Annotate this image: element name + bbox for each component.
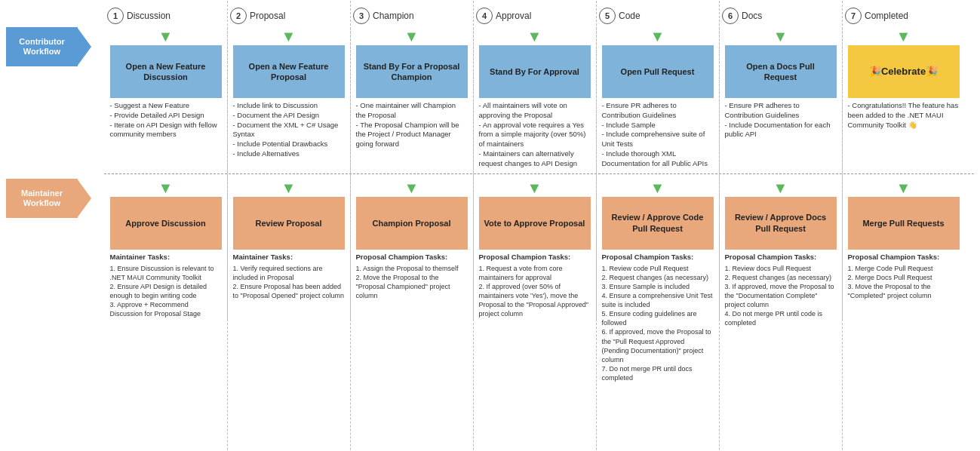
maintainer-card-col-3: ▼Champion ProposalProposal Champion Task… bbox=[350, 179, 473, 383]
maintainer-card-tasks-7: Proposal Champion Tasks:1. Merge Code Pu… bbox=[848, 253, 960, 300]
phase-col-6: 6Docs bbox=[719, 8, 842, 24]
down-arrow-contributor-4: ▼ bbox=[527, 29, 542, 44]
phase-col-7: 7Completed bbox=[842, 8, 965, 24]
contributor-card-col-5: ▼Open Pull Request- Ensure PR adheres to… bbox=[596, 27, 719, 169]
down-arrow-maintainer-2: ▼ bbox=[281, 180, 296, 195]
down-arrow-contributor-5: ▼ bbox=[650, 29, 665, 44]
phase-label-4: Approval bbox=[496, 11, 531, 21]
maintainer-card-4: Vote to Approve Proposal bbox=[479, 197, 591, 250]
maintainer-cards-row: ▼Approve DiscussionMaintainer Tasks:1. E… bbox=[104, 179, 974, 383]
phase-col-5: 5Code bbox=[596, 8, 719, 24]
maintainer-card-7: Merge Pull Requests bbox=[848, 197, 960, 250]
phase-label-2: Proposal bbox=[250, 11, 285, 21]
maintainer-card-col-6: ▼Review / Approve Docs Pull RequestPropo… bbox=[719, 179, 842, 383]
maintainer-card-2: Review Proposal bbox=[233, 197, 345, 250]
maintainer-card-col-4: ▼Vote to Approve ProposalProposal Champi… bbox=[473, 179, 596, 383]
down-arrow-contributor-2: ▼ bbox=[281, 29, 296, 44]
maintainer-arrow-body: MaintainerWorkflow bbox=[6, 179, 78, 218]
down-arrow-contributor-7: ▼ bbox=[896, 29, 911, 44]
contributor-card-desc-4: - All maintainers will vote on approving… bbox=[479, 101, 591, 169]
contributor-card-7: 🎉Celebrate🎉 bbox=[848, 45, 960, 98]
down-arrow-maintainer-1: ▼ bbox=[158, 180, 174, 195]
phase-col-2: 2Proposal bbox=[227, 8, 350, 24]
maintainer-card-col-7: ▼Merge Pull RequestsProposal Champion Ta… bbox=[842, 179, 965, 383]
down-arrow-contributor-6: ▼ bbox=[773, 29, 788, 44]
contributor-card-desc-1: - Suggest a New Feature- Provide Detaile… bbox=[110, 101, 222, 140]
contributor-card-col-3: ▼Stand By For a Proposal Champion- One m… bbox=[350, 27, 473, 169]
contributor-card-desc-7: - Congratulations!! The feature has been… bbox=[848, 101, 960, 130]
phase-col-4: 4Approval bbox=[473, 8, 596, 24]
down-arrow-contributor-3: ▼ bbox=[404, 29, 419, 44]
workflow-separator bbox=[104, 173, 974, 174]
contributor-card-col-6: ▼Open a Docs Pull Request- Ensure PR adh… bbox=[719, 27, 842, 169]
maintainer-card-tasks-3: Proposal Champion Tasks:1. Assign the Pr… bbox=[356, 253, 468, 300]
maintainer-card-col-5: ▼Review / Approve Code Pull RequestPropo… bbox=[596, 179, 719, 383]
contributor-card-col-7: ▼🎉Celebrate🎉- Congratulations!! The feat… bbox=[842, 27, 965, 169]
maintainer-card-col-1: ▼Approve DiscussionMaintainer Tasks:1. E… bbox=[104, 179, 227, 383]
maintainer-card-tasks-4: Proposal Champion Tasks:1. Request a vot… bbox=[479, 253, 591, 319]
contributor-card-4: Stand By For Approval bbox=[479, 45, 591, 98]
contributor-workflow-label: ContributorWorkflow bbox=[6, 27, 104, 66]
phase-label-6: Docs bbox=[742, 11, 762, 21]
phase-label-1: Discussion bbox=[127, 11, 171, 21]
maintainer-card-tasks-6: Proposal Champion Tasks:1. Review docs P… bbox=[725, 253, 837, 328]
phase-number-5: 5 bbox=[599, 8, 616, 24]
contributor-card-1: Open a New Feature Discussion bbox=[110, 45, 222, 98]
maintainer-card-1: Approve Discussion bbox=[110, 197, 222, 250]
contributor-card-col-1: ▼Open a New Feature Discussion- Suggest … bbox=[104, 27, 227, 169]
maintainer-card-tasks-2: Maintainer Tasks:1. Verify required sect… bbox=[233, 253, 345, 300]
maintainer-card-5: Review / Approve Code Pull Request bbox=[602, 197, 714, 250]
maintainer-card-tasks-1: Maintainer Tasks:1. Ensure Discussion is… bbox=[110, 253, 222, 319]
phase-number-3: 3 bbox=[353, 8, 370, 24]
contributor-card-desc-5: - Ensure PR adheres to Contribution Guid… bbox=[602, 101, 714, 169]
phase-number-4: 4 bbox=[476, 8, 493, 24]
phase-label-7: Completed bbox=[865, 11, 908, 21]
contributor-card-6: Open a Docs Pull Request bbox=[725, 45, 837, 98]
down-arrow-maintainer-4: ▼ bbox=[527, 180, 542, 195]
maintainer-section: MaintainerWorkflow ▼Approve DiscussionMa… bbox=[6, 179, 974, 383]
down-arrow-maintainer-6: ▼ bbox=[773, 180, 788, 195]
phase-number-6: 6 bbox=[722, 8, 739, 24]
contributor-card-desc-3: - One maintainer will Champion the Propo… bbox=[356, 101, 468, 149]
down-arrow-maintainer-5: ▼ bbox=[650, 180, 665, 195]
phase-label-5: Code bbox=[619, 11, 641, 21]
maintainer-card-col-2: ▼Review ProposalMaintainer Tasks:1. Veri… bbox=[227, 179, 350, 383]
contributor-card-col-4: ▼Stand By For Approval- All maintainers … bbox=[473, 27, 596, 169]
contributor-arrow-body: ContributorWorkflow bbox=[6, 27, 78, 66]
maintainer-card-6: Review / Approve Docs Pull Request bbox=[725, 197, 837, 250]
down-arrow-maintainer-7: ▼ bbox=[896, 180, 911, 195]
down-arrow-contributor-1: ▼ bbox=[158, 29, 174, 44]
contributor-section: ContributorWorkflow ▼Open a New Feature … bbox=[6, 27, 974, 169]
phase-number-2: 2 bbox=[230, 8, 247, 24]
phase-number-1: 1 bbox=[107, 8, 124, 24]
contributor-card-desc-6: - Ensure PR adheres to Contribution Guid… bbox=[725, 101, 837, 140]
phase-headers: 1Discussion2Proposal3Champion4Approval5C… bbox=[104, 8, 974, 24]
phase-number-7: 7 bbox=[845, 8, 862, 24]
contributor-cards-row: ▼Open a New Feature Discussion- Suggest … bbox=[104, 27, 974, 169]
contributor-card-col-2: ▼Open a New Feature Proposal- Include li… bbox=[227, 27, 350, 169]
contributor-card-desc-2: - Include link to Discussion- Document t… bbox=[233, 101, 345, 159]
contributor-card-2: Open a New Feature Proposal bbox=[233, 45, 345, 98]
phase-col-3: 3Champion bbox=[350, 8, 473, 24]
contributor-card-5: Open Pull Request bbox=[602, 45, 714, 98]
maintainer-workflow-label: MaintainerWorkflow bbox=[6, 179, 104, 218]
maintainer-card-tasks-5: Proposal Champion Tasks:1. Review code P… bbox=[602, 253, 714, 383]
maintainer-card-3: Champion Proposal bbox=[356, 197, 468, 250]
phase-col-1: 1Discussion bbox=[104, 8, 227, 24]
phase-label-3: Champion bbox=[373, 11, 414, 21]
down-arrow-maintainer-3: ▼ bbox=[404, 180, 419, 195]
main-container: 1Discussion2Proposal3Champion4Approval5C… bbox=[0, 0, 980, 390]
contributor-card-3: Stand By For a Proposal Champion bbox=[356, 45, 468, 98]
